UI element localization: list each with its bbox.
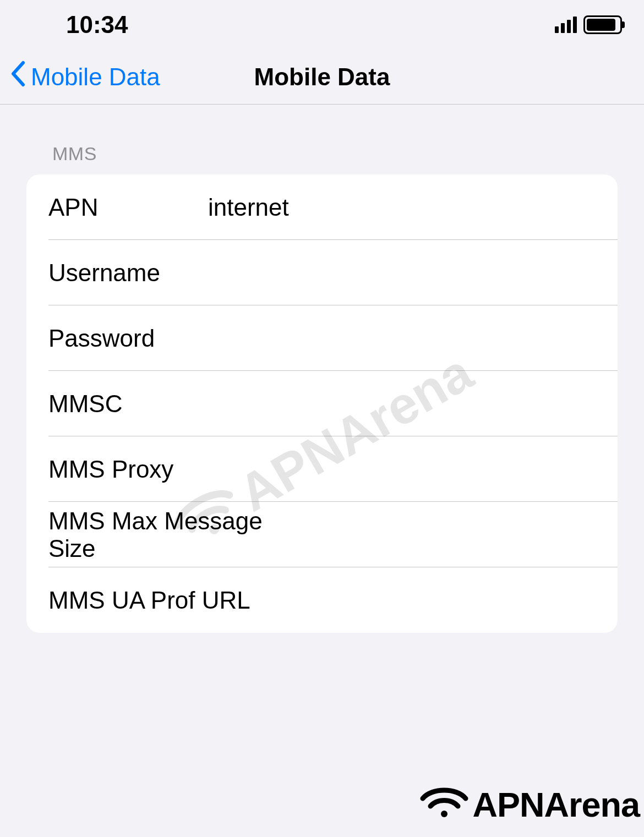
- status-time: 10:34: [66, 11, 128, 39]
- row-username[interactable]: Username: [26, 240, 618, 305]
- settings-group: APN Username Password MMSC MMS Proxy MMS…: [26, 174, 618, 633]
- watermark-bottom: APNArena: [419, 782, 640, 827]
- nav-header: Mobile Data Mobile Data: [0, 50, 644, 105]
- row-mms-max-size[interactable]: MMS Max Message Size: [26, 502, 618, 567]
- page-title: Mobile Data: [254, 63, 390, 91]
- row-mmsc[interactable]: MMSC: [26, 371, 618, 436]
- status-bar: 10:34: [0, 0, 644, 50]
- label-username: Username: [48, 259, 208, 287]
- svg-point-1: [441, 811, 447, 817]
- label-mms-max-size: MMS Max Message Size: [48, 507, 293, 562]
- label-apn: APN: [48, 194, 208, 221]
- row-apn[interactable]: APN: [26, 174, 618, 240]
- label-mms-proxy: MMS Proxy: [48, 456, 293, 483]
- input-mms-max-size[interactable]: [293, 521, 596, 549]
- signal-icon: [555, 17, 577, 33]
- chevron-left-icon: [10, 61, 25, 94]
- label-mmsc: MMSC: [48, 390, 208, 418]
- label-password: Password: [48, 325, 208, 352]
- input-username[interactable]: [208, 259, 596, 287]
- section-header-mms: MMS: [0, 143, 644, 165]
- content: MMS APN Username Password MMSC MMS Proxy…: [0, 105, 644, 633]
- wifi-icon: [419, 782, 469, 827]
- label-mms-ua-prof: MMS UA Prof URL: [48, 587, 293, 614]
- battery-icon: [583, 15, 622, 34]
- input-apn[interactable]: [208, 194, 596, 221]
- watermark-bottom-text: APNArena: [472, 785, 640, 824]
- input-password[interactable]: [208, 325, 596, 352]
- row-mms-ua-prof[interactable]: MMS UA Prof URL: [26, 567, 618, 633]
- status-icons: [555, 15, 622, 34]
- back-button-label: Mobile Data: [31, 63, 160, 91]
- input-mmsc[interactable]: [208, 390, 596, 418]
- row-password[interactable]: Password: [26, 305, 618, 371]
- back-button[interactable]: Mobile Data: [0, 61, 160, 94]
- input-mms-proxy[interactable]: [293, 456, 596, 483]
- input-mms-ua-prof[interactable]: [293, 587, 596, 614]
- row-mms-proxy[interactable]: MMS Proxy: [26, 436, 618, 502]
